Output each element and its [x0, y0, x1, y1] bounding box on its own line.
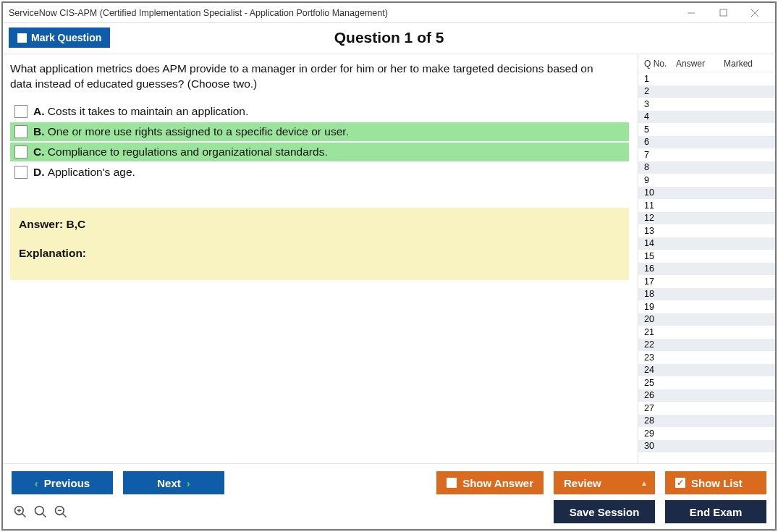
question-area: What application metrics does APM provid… [3, 54, 638, 463]
review-button[interactable]: Review ▲ [554, 471, 655, 494]
maximize-button[interactable] [707, 4, 739, 22]
list-item[interactable]: 26 [638, 389, 775, 402]
question-text: What application metrics does APM provid… [10, 62, 618, 92]
previous-button[interactable]: ‹ Previous [12, 471, 113, 494]
list-item[interactable]: 22 [638, 339, 775, 352]
app-window: ServiceNow CIS-APM (Certified Implementa… [1, 1, 777, 531]
answer-panel: Answer: B,C Explanation: [10, 208, 629, 280]
show-list-label: Show List [691, 477, 743, 489]
list-item[interactable]: 4 [638, 111, 775, 124]
list-item[interactable]: 24 [638, 364, 775, 377]
svg-line-11 [63, 514, 67, 518]
list-item[interactable]: 13 [638, 224, 775, 237]
zoom-out-icon[interactable] [54, 504, 68, 519]
question-heading: Question 1 of 5 [110, 29, 668, 46]
choices-list: A. Costs it takes to maintain an applica… [10, 102, 629, 182]
mark-question-button[interactable]: Mark Question [9, 28, 110, 48]
list-item[interactable]: 20 [638, 313, 775, 326]
save-session-button[interactable]: Save Session [554, 500, 655, 523]
mark-question-label: Mark Question [31, 32, 101, 43]
checkbox-icon[interactable] [14, 166, 28, 179]
list-item[interactable]: 1 [638, 72, 775, 85]
col-answer: Answer [676, 59, 724, 69]
list-item[interactable]: 9 [638, 174, 775, 187]
choice-a[interactable]: A. Costs it takes to maintain an applica… [10, 102, 629, 121]
list-item[interactable]: 17 [638, 275, 775, 288]
show-answer-label: Show Answer [462, 477, 533, 489]
col-marked: Marked [724, 59, 772, 69]
choice-c[interactable]: C. Compliance to regulations and organiz… [10, 143, 629, 161]
list-item[interactable]: 23 [638, 351, 775, 364]
svg-rect-1 [720, 9, 727, 16]
question-list[interactable]: 1234567891011121314151617181920212223242… [638, 72, 775, 463]
list-item[interactable]: 10 [638, 187, 775, 200]
title-bar: ServiceNow CIS-APM (Certified Implementa… [3, 3, 775, 23]
question-list-header: Q No. Answer Marked [638, 54, 775, 72]
footer: ‹ Previous Next › Show Answer Review ▲ ✓… [3, 463, 775, 529]
zoom-controls [12, 504, 68, 519]
previous-label: Previous [44, 477, 90, 489]
list-item[interactable]: 6 [638, 136, 775, 149]
chevron-right-icon: › [187, 477, 190, 489]
list-item[interactable]: 11 [638, 199, 775, 212]
end-exam-label: End Exam [690, 506, 743, 518]
list-item[interactable]: 14 [638, 237, 775, 250]
choice-label: B. One or more use rights assigned to a … [33, 125, 349, 138]
list-item[interactable]: 16 [638, 263, 775, 276]
minimize-button[interactable] [675, 4, 707, 22]
list-item[interactable]: 8 [638, 161, 775, 174]
choice-b[interactable]: B. One or more use rights assigned to a … [10, 122, 629, 141]
main-area: What application metrics does APM provid… [3, 54, 775, 463]
list-item[interactable]: 25 [638, 376, 775, 389]
save-session-label: Save Session [570, 506, 640, 518]
review-label: Review [564, 477, 601, 489]
checkbox-icon[interactable] [14, 125, 28, 138]
caret-up-icon: ▲ [640, 479, 648, 487]
checkbox-icon [17, 33, 27, 43]
question-list-panel: Q No. Answer Marked 12345678910111213141… [638, 54, 775, 463]
list-item[interactable]: 28 [638, 415, 775, 428]
col-qno: Q No. [644, 59, 676, 69]
list-item[interactable]: 12 [638, 212, 775, 225]
checkbox-icon[interactable] [14, 105, 28, 118]
choice-d[interactable]: D. Application's age. [10, 163, 629, 182]
chevron-left-icon: ‹ [35, 477, 38, 489]
list-item[interactable]: 7 [638, 148, 775, 161]
choice-label: A. Costs it takes to maintain an applica… [33, 105, 248, 118]
list-item[interactable]: 19 [638, 300, 775, 313]
list-item[interactable]: 15 [638, 250, 775, 263]
window-title: ServiceNow CIS-APM (Certified Implementa… [9, 8, 675, 18]
header-row: Mark Question Question 1 of 5 [3, 23, 775, 54]
list-item[interactable]: 3 [638, 98, 775, 111]
zoom-reset-icon[interactable] [33, 504, 48, 519]
svg-point-8 [35, 507, 44, 515]
footer-row-2: Save Session End Exam [12, 500, 766, 523]
show-list-button[interactable]: ✓ Show List [665, 471, 766, 494]
next-label: Next [157, 477, 181, 489]
list-item[interactable]: 2 [638, 85, 775, 98]
list-item[interactable]: 5 [638, 123, 775, 136]
list-item[interactable]: 30 [638, 440, 775, 453]
choice-label: C. Compliance to regulations and organiz… [33, 145, 328, 159]
explanation-label: Explanation: [19, 247, 620, 260]
answer-line: Answer: B,C [19, 218, 620, 231]
list-item[interactable]: 29 [638, 427, 775, 440]
choice-label: D. Application's age. [33, 166, 135, 179]
zoom-in-icon[interactable] [13, 504, 28, 519]
list-item[interactable]: 27 [638, 402, 775, 415]
checkbox-icon [447, 478, 457, 488]
checkbox-icon[interactable] [14, 145, 28, 159]
show-answer-button[interactable]: Show Answer [436, 471, 544, 494]
list-item[interactable]: 21 [638, 326, 775, 339]
close-button[interactable] [739, 4, 771, 22]
next-button[interactable]: Next › [123, 471, 224, 494]
footer-row-1: ‹ Previous Next › Show Answer Review ▲ ✓… [12, 471, 766, 494]
end-exam-button[interactable]: End Exam [665, 500, 766, 523]
svg-line-5 [22, 514, 26, 518]
list-item[interactable]: 18 [638, 288, 775, 301]
checkbox-checked-icon: ✓ [675, 478, 685, 488]
window-controls [675, 4, 771, 22]
svg-line-9 [43, 514, 46, 518]
